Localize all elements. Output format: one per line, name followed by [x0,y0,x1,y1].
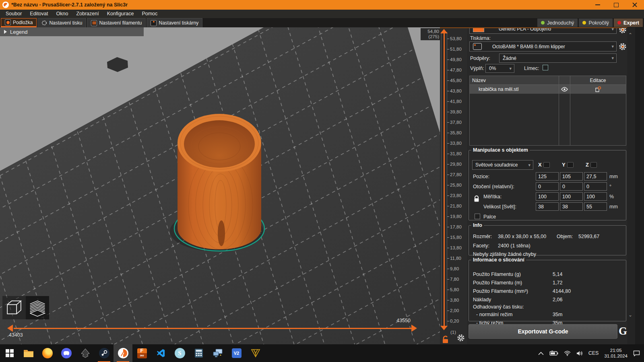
start-button[interactable] [0,344,19,362]
calculator-button[interactable] [189,344,208,362]
language-indicator[interactable]: CES [588,350,599,356]
menu-item[interactable]: Zobrazení [72,10,103,18]
vnc-icon: V2 [232,348,242,358]
info-title: Info [471,222,484,228]
triangle-app-button[interactable] [246,344,265,362]
position-y-input[interactable]: 105 [560,172,583,181]
edit-object-icon[interactable] [595,86,601,93]
inches-checkbox[interactable] [475,214,480,219]
file-explorer-button[interactable] [19,344,38,362]
scale-y-input[interactable]: 100 [560,192,583,201]
gcode-icon[interactable]: G [618,323,627,339]
menu-item[interactable]: Okno [52,10,72,18]
menu-item[interactable]: Editovat [26,10,52,18]
rotation-y-input[interactable]: 0 [560,182,583,191]
position-unit: mm [609,174,618,179]
expand-arrow-icon [4,30,7,34]
size-y-input[interactable]: 38 [560,202,583,211]
legend-panel[interactable]: Legend [0,27,144,36]
infill-select[interactable]: 0% ▾ [485,64,514,73]
s-app-button[interactable]: S [170,344,189,362]
mode-advanced-button[interactable]: Pokročilý [579,19,613,27]
axis-x-header: X [538,162,550,168]
clock[interactable]: 21:05 31.01.2024 [604,348,627,359]
brim-checkbox[interactable] [543,65,548,70]
minimize-button[interactable] [588,0,607,10]
filament-gear-icon[interactable] [619,27,627,34]
h-slider-right-handle[interactable] [411,325,417,332]
scroll-down-icon[interactable]: ⌄ [628,312,632,318]
menu-item[interactable]: Konfigurace [103,10,138,18]
wifi-icon[interactable] [564,351,571,356]
header-edit: Editace [570,78,626,83]
printer-gear-icon[interactable] [619,43,627,51]
battery-icon[interactable] [549,351,558,356]
layer-slider-track[interactable] [444,31,445,327]
maximize-icon [614,3,619,7]
layer-slider-bottom-handle[interactable] [440,326,448,330]
vnc-button[interactable]: V2 [227,344,246,362]
chevron-down-icon: ▾ [611,27,614,32]
size-x-input[interactable]: 38 [536,202,559,211]
tab-printer-settings[interactable]: Nastavení tiskárny [147,18,202,27]
steam-button[interactable] [95,344,114,362]
lock-scale-icon[interactable] [474,195,479,202]
remote-desktop-button[interactable] [208,344,227,362]
layer-slider-top-label: 54,80 (275) [421,28,440,40]
axis-z-icon[interactable] [590,162,597,168]
layer-tick: 45,80 [450,78,462,83]
position-x-input[interactable]: 125 [536,172,559,181]
h-slider-left-handle[interactable] [7,325,13,332]
slider-gear-icon[interactable] [457,334,465,342]
prusaslicer-taskbar-button[interactable] [114,344,132,362]
unlock-icon[interactable] [442,335,449,343]
eye-icon[interactable] [561,87,568,92]
3d-viewport[interactable]: Legend 43550 43403 [0,27,440,344]
3d-view-button[interactable] [2,296,26,319]
size-z-input[interactable]: 55 [584,202,607,211]
tab-print-settings[interactable]: Nastavení tisku [37,18,86,27]
prusaslicer-logo-icon [2,2,9,8]
scale-x-input[interactable]: 100 [536,192,559,201]
scroll-up-icon[interactable]: ⌃ [628,32,632,38]
layer-tick: 13,80 [450,245,462,250]
mode-simple-button[interactable]: Jednoduchý [537,19,578,27]
object-row[interactable]: krabička na měl.stl [470,85,626,94]
s-app-icon: S [175,348,185,358]
supports-select[interactable]: Žádné ▾ [499,53,617,63]
notification-center-icon[interactable] [633,350,640,356]
h-slider-track[interactable] [14,328,411,329]
filament-select[interactable]: Generic PLA - Odpojeno ▾ [469,27,617,34]
model-cylinder[interactable] [169,111,270,255]
coordinate-system-select[interactable]: Světové souřadnice ▾ [472,160,533,170]
panel-scrollbar[interactable]: ⌃ ⌄ [627,27,635,344]
rotation-z-input[interactable]: 0 [584,182,607,191]
maximize-button[interactable] [607,0,625,10]
inkscape-button[interactable] [76,344,95,362]
discord-button[interactable] [57,344,76,362]
axis-y-icon[interactable] [567,162,574,168]
tray-chevron-icon[interactable] [538,352,544,355]
layer-tick: 47,80 [450,68,462,72]
axis-z-header: Z [586,162,597,168]
menu-item[interactable]: Pomoc [138,10,161,18]
tab-filament-settings[interactable]: Nastavení filamentu [87,18,146,27]
close-button[interactable] [625,0,644,10]
layer-slider-top-handle[interactable] [440,29,448,33]
scale-z-input[interactable]: 100 [584,192,607,201]
mode-expert-button[interactable]: Expert [614,19,643,27]
position-z-input[interactable]: 27,5 [584,172,607,181]
axis-x-icon[interactable] [543,162,550,168]
sliced-info-group: Informace o slicování Použito Filamentu … [469,257,626,321]
export-gcode-button[interactable]: Exportovat G-code [469,324,617,339]
vscode-button[interactable] [151,344,170,362]
speaker-icon[interactable] [576,351,583,356]
tab-label: Nastavení tiskárny [159,20,198,26]
printer-select[interactable]: OctoBAM8 * BAM8 0.6mm klipper ▾ [469,41,617,51]
firefox-button[interactable] [38,344,57,362]
tab-plater[interactable]: Podložka [1,18,37,27]
menu-item[interactable]: Soubor [2,10,26,18]
fusion360-button[interactable]: F360 [132,344,151,362]
layers-view-button[interactable] [26,296,49,319]
rotation-x-input[interactable]: 0 [536,182,559,191]
